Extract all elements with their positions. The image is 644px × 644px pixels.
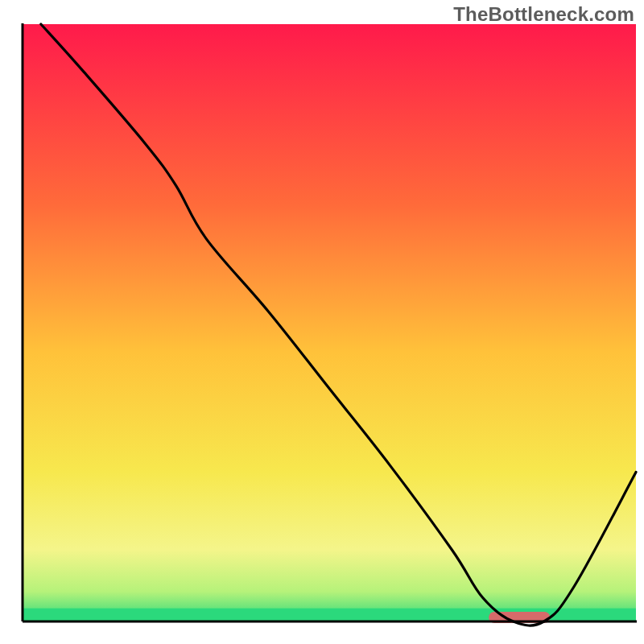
gradient-background <box>23 24 636 621</box>
bottleneck-chart <box>0 0 644 644</box>
chart-container: TheBottleneck.com <box>0 0 644 644</box>
